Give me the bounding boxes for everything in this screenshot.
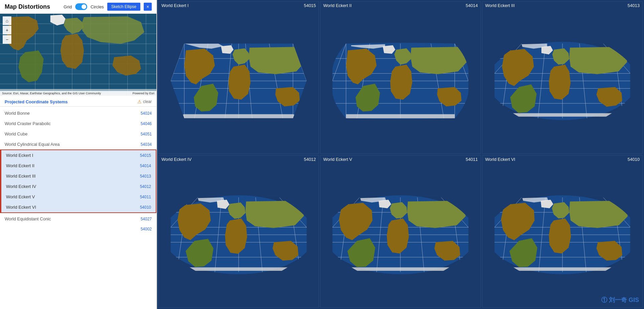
- cell-header-eckert-iii: World Eckert III 54013: [483, 2, 642, 9]
- proj-item-world-cylindrical[interactable]: World Cylindrical Equal Area 54034: [0, 139, 156, 149]
- zoom-out-button[interactable]: −: [3, 35, 11, 44]
- proj-item-eckert-v[interactable]: World Eckert V 54011: [1, 192, 156, 202]
- eckert-map-3: [495, 11, 631, 151]
- close-button[interactable]: ×: [144, 3, 152, 11]
- cell-title: World Eckert VI: [485, 157, 515, 162]
- proj-name: World Bonne: [5, 111, 30, 116]
- cell-header-eckert-v: World Eckert V 54011: [320, 156, 480, 163]
- cell-code: 54012: [304, 157, 316, 162]
- cell-title: World Eckert III: [485, 3, 515, 8]
- proj-item-world-cube[interactable]: World Cube 54051: [0, 129, 156, 139]
- map-cell-eckert-v: World Eckert V 54011: [320, 155, 481, 308]
- proj-name: World Equidistant Conic: [5, 216, 51, 221]
- proj-code: 54024: [141, 111, 152, 116]
- proj-code: 54051: [141, 132, 152, 136]
- eckert-map-5: [333, 165, 469, 305]
- selected-group: World Eckert I 54015 World Eckert II 540…: [0, 149, 156, 213]
- eckert-svg-3: [495, 11, 631, 151]
- eckert-map-6: [495, 165, 631, 305]
- proj-code: 54013: [140, 174, 151, 179]
- proj-item-more[interactable]: 54002: [0, 224, 156, 234]
- proj-name: World Eckert VI: [6, 205, 36, 210]
- map-controls: ⌂ + −: [3, 16, 11, 44]
- cell-code: 54014: [466, 3, 478, 8]
- cell-title: World Eckert IV: [161, 157, 191, 162]
- cell-title: World Eckert I: [161, 3, 188, 8]
- cell-header-eckert-i: World Eckert I 54015: [159, 2, 318, 9]
- proj-code: 54002: [141, 227, 152, 231]
- zoom-in-button[interactable]: +: [3, 26, 11, 34]
- cell-code: 54013: [628, 3, 640, 8]
- coord-section: Projected Coordinate Systems ⚠ clear: [0, 96, 156, 107]
- eckert-svg-4: [171, 165, 307, 305]
- app-title: Map Distortions: [5, 3, 60, 10]
- cell-code: 54010: [628, 157, 640, 162]
- proj-name: World Eckert V: [6, 194, 35, 199]
- left-panel: Map Distortions Grid Circles Sketch Elli…: [0, 0, 157, 309]
- section-title: Projected Coordinate Systems: [5, 99, 68, 104]
- proj-name: World Cube: [5, 131, 27, 136]
- map-cell-eckert-vi: World Eckert VI 54010: [482, 155, 643, 308]
- proj-name: World Eckert II: [6, 163, 34, 168]
- eckert-svg-5: [333, 165, 469, 305]
- grid-toggle[interactable]: [75, 3, 87, 10]
- proj-code: 54014: [140, 164, 151, 168]
- proj-code: 54046: [141, 121, 152, 126]
- proj-item-world-craster[interactable]: World Craster Parabolic 54046: [0, 118, 156, 129]
- map-cell-eckert-iii: World Eckert III 54013: [482, 1, 643, 154]
- proj-item-eckert-vi[interactable]: World Eckert VI 54010: [1, 202, 156, 212]
- eckert-svg-6: [495, 165, 631, 305]
- grid-label: Grid: [63, 4, 72, 9]
- proj-item-eckert-iii[interactable]: World Eckert III 54013: [1, 171, 156, 181]
- proj-item-equidistant-conic[interactable]: World Equidistant Conic 54027: [0, 214, 156, 224]
- proj-item-eckert-ii[interactable]: World Eckert II 54014: [1, 161, 156, 171]
- eckert-map-2: [333, 11, 469, 151]
- proj-item-world-bonne[interactable]: World Bonne 54024: [0, 108, 156, 118]
- eckert-svg-1: [171, 11, 307, 151]
- proj-code: 54027: [141, 217, 152, 221]
- cell-title: World Eckert II: [323, 3, 352, 8]
- section-header: Projected Coordinate Systems ⚠ clear: [5, 99, 152, 104]
- proj-item-eckert-i[interactable]: World Eckert I 54015: [1, 150, 156, 161]
- proj-code: 54012: [140, 184, 151, 189]
- circles-label: Circles: [91, 4, 104, 9]
- watermark: ① 刘一奇 GIS: [601, 296, 639, 304]
- proj-name: World Cylindrical Equal Area: [5, 142, 60, 147]
- cell-header-eckert-iv: World Eckert IV 54012: [159, 156, 318, 163]
- proj-name: World Craster Parabolic: [5, 121, 51, 126]
- map-background: [0, 14, 156, 96]
- clear-label: clear: [143, 99, 152, 104]
- proj-code: 54034: [141, 142, 152, 147]
- attribution-left: Source: Esri, Maxar, Earthstar Geographi…: [2, 92, 101, 95]
- proj-item-eckert-iv[interactable]: World Eckert IV 54012: [1, 181, 156, 192]
- projection-list: World Bonne 54024 World Craster Paraboli…: [0, 107, 156, 309]
- cell-header-eckert-vi: World Eckert VI 54010: [483, 156, 642, 163]
- map-preview: ⌂ + − Source: Esri, Maxar, Earthstar Geo…: [0, 14, 156, 96]
- proj-code: 54015: [140, 153, 151, 158]
- warning-icon: ⚠: [137, 99, 142, 104]
- map-cell-eckert-iv: World Eckert IV 54012: [158, 155, 319, 308]
- world-map-svg: [0, 14, 156, 96]
- map-cell-eckert-i: World Eckert I 54015: [158, 1, 319, 154]
- home-button[interactable]: ⌂: [3, 16, 11, 25]
- eckert-svg-2: [333, 11, 469, 151]
- proj-code: 54010: [140, 205, 151, 210]
- map-attribution: Source: Esri, Maxar, Earthstar Geographi…: [0, 91, 156, 96]
- proj-name: World Eckert IV: [6, 184, 36, 189]
- eckert-map-1: [171, 11, 307, 151]
- cell-code: 54015: [304, 3, 316, 8]
- map-cell-eckert-ii: World Eckert II 54014: [320, 1, 481, 154]
- proj-name: World Eckert I: [6, 153, 33, 158]
- proj-code: 54011: [140, 195, 151, 199]
- header: Map Distortions Grid Circles Sketch Elli…: [0, 0, 156, 14]
- cell-code: 54011: [466, 157, 478, 162]
- cell-header-eckert-ii: World Eckert II 54014: [320, 2, 480, 9]
- proj-name: World Eckert III: [6, 174, 36, 179]
- clear-button[interactable]: ⚠ clear: [137, 99, 152, 104]
- right-panel: World Eckert I 54015: [157, 0, 644, 309]
- eckert-map-4: [171, 165, 307, 305]
- attribution-right: Powered by Esri: [132, 92, 154, 95]
- cell-title: World Eckert V: [323, 157, 352, 162]
- sketch-ellipse-button[interactable]: Sketch Ellipse: [107, 3, 140, 11]
